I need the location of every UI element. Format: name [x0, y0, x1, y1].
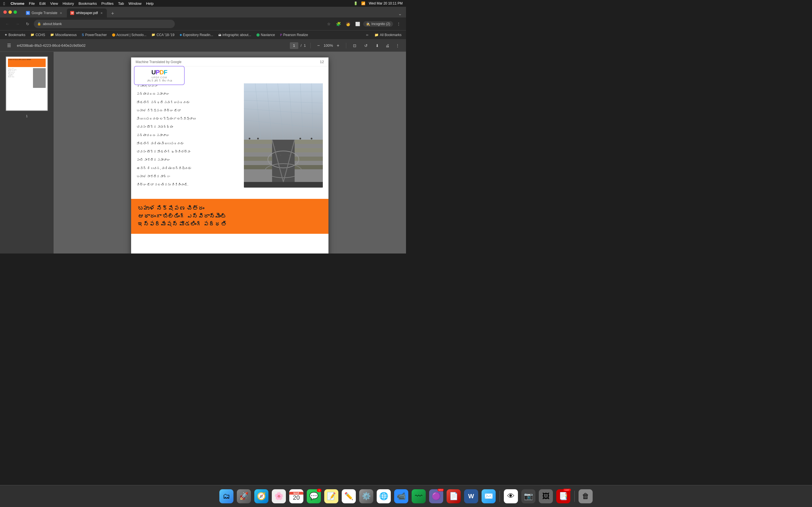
- menubar-battery-icon: 🔋: [354, 1, 358, 5]
- bookmark-powerteacher[interactable]: S PowerTeacher: [80, 32, 109, 38]
- bookmark-naviance[interactable]: ⬤ Naviance: [254, 32, 277, 38]
- svg-rect-15: [295, 140, 323, 144]
- new-tab-button[interactable]: +: [109, 10, 116, 17]
- content-item-5: భవనం యొక్క సామర్థ్యం: [137, 124, 239, 129]
- incognito-button[interactable]: 🕵 Incognito (2): [363, 21, 393, 27]
- pdf-title: e4208bab-8fa3-4223-86cd-640e2c9d5b02: [17, 43, 287, 48]
- svg-rect-11: [244, 140, 272, 144]
- pdf-zoom-controls: − 100% +: [315, 42, 342, 49]
- bookmark-miscellaneous[interactable]: 📁 Miscellaneous: [48, 32, 79, 38]
- svg-point-29: [289, 155, 290, 156]
- pdf-page-input[interactable]: [290, 42, 298, 49]
- bookmarks-more-button[interactable]: ››: [364, 32, 370, 38]
- content-item-7: మోడలింగ్ మరియు మెరుగుపరచడం: [137, 141, 239, 146]
- pdf-fit-button[interactable]: ⊡: [351, 42, 359, 50]
- nav-icon: ⬤: [256, 33, 260, 37]
- menubar-view[interactable]: View: [50, 1, 58, 6]
- pdf-viewer[interactable]: Machine Translated by Google 12 UPDF UPD…: [54, 52, 406, 253]
- main-content: బహుళ నిక్షేపణ చిత్రం ఆధారంగా బిల్డింగ్ క…: [0, 52, 406, 253]
- pdf-main-content: కేసులు, భవనం పర్యావరణ సమాచారం మోడలింగ్ ప…: [131, 66, 328, 196]
- incognito-icon: 🕵: [366, 22, 370, 26]
- bookmark-expository[interactable]: ◆ Expository Readin...: [177, 32, 215, 38]
- menubar-bookmarks[interactable]: Bookmarks: [79, 1, 97, 6]
- menubar-history[interactable]: History: [63, 1, 74, 6]
- svg-point-25: [311, 138, 312, 139]
- updf-domain: UPDF.COM: [152, 76, 167, 79]
- zoom-out-button[interactable]: −: [315, 42, 322, 49]
- bookmark-infographic[interactable]: 🏔 infographic about...: [216, 32, 253, 38]
- menubar-wifi-icon: 📶: [361, 1, 365, 5]
- circle-icon: ⬤: [112, 33, 115, 37]
- incognito-label: Incognito (2): [371, 22, 390, 26]
- bookmark-account[interactable]: ⬤ Account | Schoolo...: [110, 32, 149, 38]
- reload-button[interactable]: ↻: [24, 20, 32, 28]
- chrome-menu-button[interactable]: ⋮: [395, 20, 403, 28]
- content-item-1: పర్యావరణ సమాచారం: [137, 92, 239, 96]
- bookmark-star-button[interactable]: ☆: [325, 20, 333, 28]
- orange-text-line3: ఇన్ఫర్మేషన్ మోడలింగ్ పద్ధతి: [138, 220, 322, 228]
- pdf-page-separator: /: [301, 43, 302, 48]
- mountain-icon: 🏔: [218, 33, 221, 37]
- all-bookmarks-button[interactable]: 📁 All Bookmarks: [372, 32, 404, 38]
- content-item-9: పంటి సాంకేతిక సమాచారం: [137, 158, 239, 162]
- bookmark-info-label: infographic about...: [222, 33, 251, 37]
- profile-button[interactable]: 🧑: [344, 20, 352, 28]
- translate-banner: Machine Translated by Google 12: [131, 57, 328, 66]
- menubar-help[interactable]: Help: [146, 1, 154, 6]
- pdf-zoom-value: 100%: [324, 43, 333, 48]
- zoom-in-button[interactable]: +: [335, 42, 342, 49]
- thumbnail-page-label: 1: [26, 114, 28, 118]
- split-view-button[interactable]: ⬜: [354, 20, 361, 28]
- content-item-12: చిత్రం డేటా కలయికను చికిచించండి.: [137, 182, 239, 187]
- tab-expand-button[interactable]: ⌄: [396, 10, 404, 17]
- pdf-rotate-button[interactable]: ↺: [362, 42, 370, 50]
- menubar-profiles[interactable]: Profiles: [101, 1, 113, 6]
- tab-google-translate[interactable]: G Google Translate ✕: [22, 8, 66, 17]
- menubar:  Chrome File Edit View History Bookmark…: [0, 0, 406, 7]
- pdf-page: Machine Translated by Google 12 UPDF UPD…: [131, 57, 328, 253]
- bookmark-pearson[interactable]: P Pearson Realize: [278, 32, 310, 38]
- orange-text-line1: బహుళ నిక్షేపణ చిత్రం: [138, 205, 322, 212]
- content-item-3: బహుళ నిక్షేపణ చిత్రం డేటా: [137, 108, 239, 113]
- close-window-button[interactable]: [3, 10, 7, 14]
- svg-rect-16: [292, 148, 323, 152]
- lock-icon: 🔒: [37, 22, 41, 25]
- svg-point-24: [299, 138, 301, 139]
- bookmark-cca[interactable]: 📁 CCA '18-'19: [149, 32, 176, 38]
- extensions-button[interactable]: 🧩: [335, 20, 342, 28]
- bookmark-misc-label: Miscellaneous: [55, 33, 77, 37]
- back-button[interactable]: ←: [3, 20, 11, 28]
- menubar-edit[interactable]: Edit: [40, 1, 46, 6]
- pdf-more-button[interactable]: ⋮: [394, 42, 402, 50]
- address-bar: ← → ↻ 🔒 about:blank ☆ 🧩 🧑 ⬜ 🕵 Incognito …: [0, 17, 406, 31]
- menubar-tab[interactable]: Tab: [118, 1, 124, 6]
- folder-icon-2: 📁: [50, 33, 54, 37]
- pdf-menu-button[interactable]: ☰: [4, 41, 13, 50]
- menubar-chrome[interactable]: Chrome: [10, 1, 24, 6]
- maximize-window-button[interactable]: [13, 10, 17, 14]
- pdf-page-total: 1: [304, 43, 306, 48]
- tab-title-translate: Google Translate: [32, 11, 57, 15]
- forward-button[interactable]: →: [13, 20, 21, 28]
- page-thumbnail[interactable]: బహుళ నిక్షేపణ చిత్రం ఆధారంగా బిల్డింగ్ క…: [6, 56, 48, 111]
- menubar-window[interactable]: Window: [129, 1, 142, 6]
- url-bar[interactable]: 🔒 about:blank: [34, 20, 175, 28]
- tab-close-whitepaper[interactable]: ✕: [100, 11, 103, 15]
- orange-banner: బహుళ నిక్షేపణ చిత్రం ఆధారంగా బిల్డింగ్ ఎ…: [131, 199, 328, 234]
- pdf-page-controls: / 1: [290, 42, 306, 49]
- bookmark-cchs[interactable]: 📁 CCHS: [28, 32, 47, 38]
- bookmark-bookmarks[interactable]: ★ Bookmarks: [2, 32, 28, 38]
- tab-close-translate[interactable]: ✕: [59, 11, 63, 15]
- pdf-print-button[interactable]: 🖨: [384, 42, 391, 50]
- content-item-11: బహుళ నాంకేతిక మార్గం: [137, 174, 239, 179]
- tab-whitepaper[interactable]: W whitepaper.pdf ✕: [67, 8, 107, 17]
- bookmark-cca-label: CCA '18-'19: [156, 33, 174, 37]
- translate-banner-text: Machine Translated by Google: [136, 60, 182, 64]
- pdf-download-button[interactable]: ⬇: [373, 42, 381, 50]
- content-item-2: మోడలింగ్ పద్ధతి సమగ్రంపరచడం: [137, 100, 239, 105]
- minimize-window-button[interactable]: [8, 10, 12, 14]
- svg-rect-30: [244, 182, 323, 187]
- apple-menu[interactable]: : [3, 1, 5, 6]
- pdf-sidebar: బహుళ నిక్షేపణ చిత్రం ఆధారంగా బిల్డింగ్ క…: [0, 52, 54, 253]
- menubar-file[interactable]: File: [29, 1, 35, 6]
